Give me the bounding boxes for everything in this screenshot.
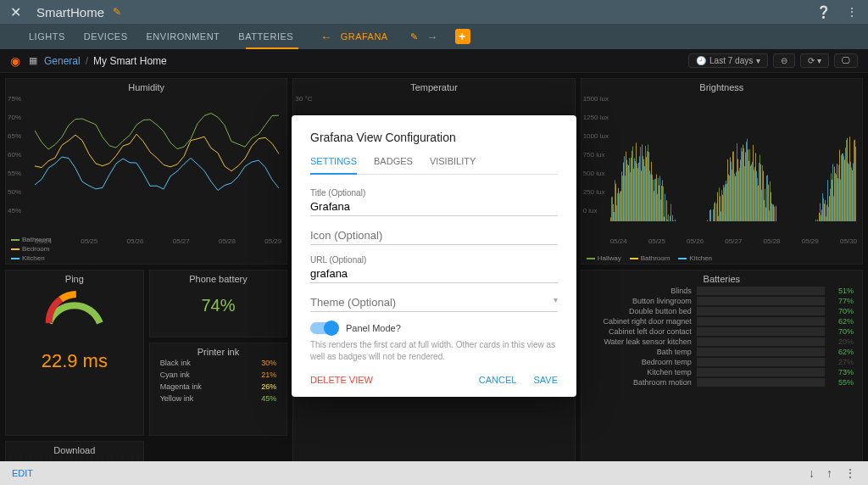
svg-rect-147 bbox=[735, 176, 736, 221]
arrow-up-icon[interactable]: ↑ bbox=[826, 466, 832, 480]
arrow-right-icon[interactable]: → bbox=[426, 31, 438, 43]
panel-brightness: Brightness 05/2405/2505/2605/2705/2805/2… bbox=[581, 78, 863, 265]
svg-rect-48 bbox=[651, 162, 652, 221]
svg-rect-266 bbox=[836, 175, 837, 221]
svg-rect-289 bbox=[855, 147, 856, 221]
zoom-out-button[interactable]: ⊖ bbox=[773, 53, 795, 68]
svg-rect-1 bbox=[611, 197, 612, 221]
edit-tab-icon[interactable]: ✎ bbox=[410, 31, 419, 42]
svg-rect-16 bbox=[624, 156, 625, 221]
svg-rect-267 bbox=[837, 164, 837, 221]
tab-grafana[interactable]: GRAFANA bbox=[341, 31, 388, 42]
svg-rect-70 bbox=[670, 216, 670, 221]
tab-lights[interactable]: LIGHTS bbox=[29, 31, 65, 42]
panel-mode-toggle[interactable] bbox=[310, 322, 337, 334]
pencil-icon[interactable]: ✎ bbox=[113, 6, 121, 18]
monitor-icon[interactable]: 🖵 bbox=[834, 53, 858, 68]
svg-rect-140 bbox=[729, 176, 730, 221]
svg-rect-255 bbox=[826, 205, 827, 221]
panel-title: Humidity bbox=[9, 82, 283, 92]
refresh-button[interactable]: ⟳ ▾ bbox=[800, 53, 829, 68]
svg-rect-68 bbox=[668, 215, 669, 221]
svg-rect-60 bbox=[661, 186, 662, 221]
svg-rect-176 bbox=[760, 155, 760, 221]
footer-kebab-icon[interactable]: ⋮ bbox=[844, 466, 856, 480]
save-button[interactable]: SAVE bbox=[533, 375, 558, 385]
svg-rect-146 bbox=[734, 174, 735, 221]
svg-rect-73 bbox=[672, 215, 673, 221]
panel-printer-ink: Printer ink Black ink30%Cyan ink21%Magen… bbox=[149, 343, 288, 436]
svg-rect-53 bbox=[655, 179, 656, 221]
arrow-left-icon[interactable]: ← bbox=[320, 31, 332, 43]
url-input[interactable] bbox=[310, 265, 558, 283]
close-icon[interactable]: ✕ bbox=[10, 4, 21, 20]
cancel-button[interactable]: CANCEL bbox=[479, 375, 517, 385]
svg-rect-19 bbox=[626, 159, 627, 221]
battery-row: Bathroom motion55% bbox=[585, 377, 859, 387]
dialog-title: Grafana View Configuration bbox=[310, 131, 558, 144]
dialog-tab-settings[interactable]: SETTINGS bbox=[310, 156, 357, 175]
svg-rect-51 bbox=[654, 191, 654, 221]
breadcrumb-dashboard[interactable]: My Smart Home bbox=[93, 55, 167, 67]
battery-row: Double button bed70% bbox=[585, 306, 859, 316]
battery-row: Bath temp62% bbox=[585, 347, 859, 357]
svg-rect-117 bbox=[709, 210, 710, 221]
svg-rect-133 bbox=[723, 185, 724, 221]
svg-rect-187 bbox=[769, 210, 770, 221]
svg-rect-128 bbox=[719, 187, 720, 221]
svg-rect-142 bbox=[731, 162, 732, 221]
svg-rect-141 bbox=[730, 157, 731, 221]
apps-icon[interactable]: ▦ bbox=[29, 55, 37, 66]
svg-rect-169 bbox=[754, 170, 754, 221]
edit-button[interactable]: EDIT bbox=[12, 468, 33, 478]
svg-rect-22 bbox=[629, 158, 630, 221]
svg-rect-273 bbox=[842, 153, 843, 221]
svg-rect-137 bbox=[726, 184, 727, 221]
kebab-icon[interactable]: ⋮ bbox=[846, 5, 858, 19]
delete-view-button[interactable]: DELETE VIEW bbox=[310, 375, 373, 385]
svg-rect-242 bbox=[815, 220, 816, 221]
svg-rect-64 bbox=[665, 194, 665, 221]
theme-select[interactable] bbox=[310, 293, 558, 312]
svg-rect-252 bbox=[824, 203, 825, 221]
svg-rect-31 bbox=[637, 164, 637, 221]
breadcrumb-sep: / bbox=[86, 55, 88, 67]
tab-batteries[interactable]: BATTERIES bbox=[238, 31, 293, 42]
svg-rect-175 bbox=[759, 163, 760, 221]
panel-mode-label: Panel Mode? bbox=[346, 323, 401, 333]
svg-rect-37 bbox=[642, 144, 643, 221]
svg-rect-161 bbox=[747, 139, 748, 221]
battery-row: Kitchen temp73% bbox=[585, 367, 859, 377]
svg-rect-25 bbox=[632, 151, 632, 221]
dialog-tab-badges[interactable]: BADGES bbox=[374, 156, 413, 174]
svg-rect-44 bbox=[648, 145, 648, 221]
tab-strip: LIGHTS DEVICES ENVIRONMENT BATTERIES ← G… bbox=[0, 24, 868, 49]
arrow-down-icon[interactable]: ↓ bbox=[809, 466, 815, 480]
svg-rect-283 bbox=[850, 162, 851, 221]
svg-rect-191 bbox=[772, 204, 773, 221]
add-tab-button[interactable]: + bbox=[455, 29, 470, 44]
tab-environment[interactable]: ENVIRONMENT bbox=[147, 31, 220, 42]
svg-rect-35 bbox=[640, 147, 641, 221]
dialog-tab-visibility[interactable]: VISIBILITY bbox=[430, 156, 476, 174]
breadcrumb-folder[interactable]: General bbox=[44, 55, 81, 67]
svg-rect-256 bbox=[827, 180, 828, 221]
svg-rect-54 bbox=[656, 175, 657, 221]
svg-rect-188 bbox=[770, 181, 771, 221]
time-range-picker[interactable]: 🕘 Last 7 days ▾ bbox=[688, 53, 768, 68]
svg-rect-164 bbox=[749, 149, 750, 221]
svg-rect-154 bbox=[741, 148, 742, 221]
panel-humidity: Humidity 05/2405/2505/2605/2705/2805/29 … bbox=[5, 78, 287, 265]
svg-rect-263 bbox=[833, 196, 834, 221]
icon-input[interactable] bbox=[310, 226, 558, 245]
title-input[interactable] bbox=[310, 198, 558, 216]
chevron-down-icon[interactable]: ▾ bbox=[554, 295, 558, 304]
svg-rect-125 bbox=[716, 203, 717, 221]
help-icon[interactable]: ❔ bbox=[816, 5, 831, 19]
svg-rect-173 bbox=[757, 178, 758, 221]
svg-rect-24 bbox=[631, 158, 632, 221]
tab-devices[interactable]: DEVICES bbox=[84, 31, 128, 42]
svg-rect-58 bbox=[659, 176, 660, 221]
svg-rect-23 bbox=[630, 172, 631, 221]
url-field-label: URL (Optional) bbox=[310, 255, 558, 265]
